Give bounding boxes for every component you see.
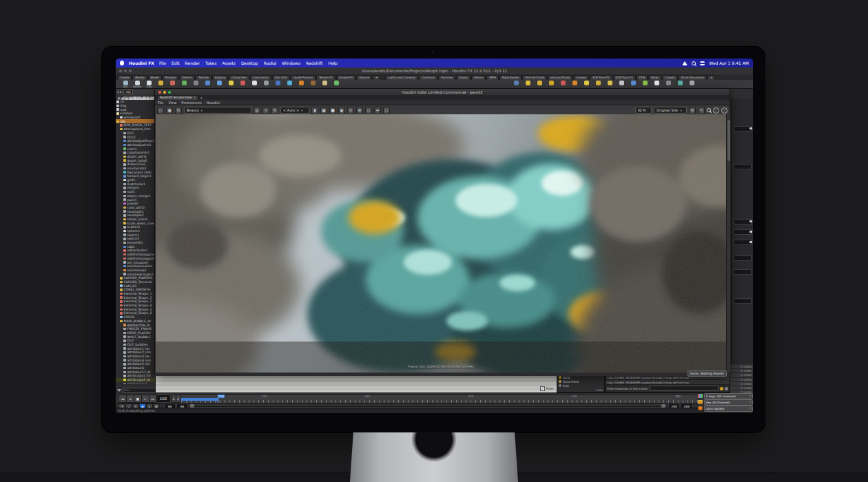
- shelf-tab[interactable]: Texture: [196, 75, 211, 80]
- magnifier-icon[interactable]: [707, 108, 711, 112]
- render-window-titlebar[interactable]: Houdini Indie Limited-Commercial - panel…: [155, 89, 730, 95]
- parameter-field[interactable]: [734, 229, 752, 235]
- shelf-tool-button[interactable]: [297, 81, 305, 88]
- tree-path-field[interactable]: obj: [123, 90, 134, 94]
- target-icon[interactable]: [356, 107, 363, 114]
- apple-logo-icon[interactable]: [120, 61, 124, 65]
- annotate-pen-icon[interactable]: [698, 107, 705, 114]
- shelf-tab[interactable]: Drive Simulation: [679, 75, 707, 80]
- shelf-tab[interactable]: Particles: [438, 75, 455, 80]
- image-size-select[interactable]: Original Size: [654, 107, 687, 114]
- shelf-tab[interactable]: Particle Fluids: [522, 75, 547, 80]
- wifi-icon[interactable]: [682, 61, 688, 65]
- shelf-tool-button[interactable]: [512, 81, 520, 85]
- shelf-tool-button[interactable]: [652, 81, 661, 85]
- render-viewport[interactable]: Frame 102: 2026-02-06 20:03:58 (1m54s): [156, 114, 726, 373]
- back-arrow-icon[interactable]: ◂: [117, 90, 118, 94]
- shelf-tool-button[interactable]: [168, 81, 176, 88]
- shelf-tool-button[interactable]: [285, 81, 293, 88]
- shader-path-row[interactable]: /obj/CACHED_MAINSHAPE/vopquickshade2/sho…: [606, 380, 730, 385]
- render-menu-item[interactable]: File: [158, 101, 163, 105]
- shelf-tool-button[interactable]: [320, 81, 329, 88]
- parameter-field[interactable]: [734, 240, 752, 245]
- open-folder-icon[interactable]: [157, 107, 164, 114]
- app-menu[interactable]: Houdini FX: [129, 61, 154, 65]
- parameter-field[interactable]: [734, 219, 752, 224]
- key-mode-dropdown[interactable]: Key All Channels: [704, 399, 753, 406]
- zoom-level-field[interactable]: [635, 107, 652, 114]
- render-menu-item[interactable]: Preferences: [181, 101, 201, 105]
- tab-redshift-renderview[interactable]: Redshift RenderView: [157, 95, 198, 100]
- settings-gear-icon[interactable]: [689, 107, 696, 114]
- menu-item[interactable]: Help: [328, 61, 338, 65]
- snapshot-save-icon[interactable]: [166, 107, 173, 114]
- lock-icon[interactable]: [311, 107, 318, 114]
- render-menu-item[interactable]: Houdini: [207, 101, 220, 105]
- menu-item[interactable]: Radial: [264, 61, 277, 65]
- node-type-filter-icon[interactable]: #c96ad9: [138, 96, 141, 98]
- help-icon[interactable]: ?: [721, 107, 727, 114]
- node-type-filter-icon[interactable]: #de8f3c: [142, 96, 145, 98]
- shelf-tab[interactable]: SOP Pyro FX: [590, 75, 612, 80]
- node-type-filter-icon[interactable]: #6cc26c: [121, 96, 124, 98]
- parameter-field[interactable]: [734, 269, 752, 275]
- shelf-tab[interactable]: Polygon: [163, 75, 179, 80]
- menu-item[interactable]: Takes: [205, 61, 216, 65]
- render-menu-item[interactable]: View: [168, 101, 176, 105]
- shelf-tool-button[interactable]: [156, 81, 165, 88]
- shelf-tab[interactable]: Deform: [179, 75, 195, 80]
- parameter-field[interactable]: [734, 164, 752, 169]
- shelf-tool-button[interactable]: [192, 81, 200, 88]
- shelf-tool-button[interactable]: [547, 81, 555, 85]
- clear-icon[interactable]: [262, 107, 269, 114]
- shelf-tool-button[interactable]: [309, 81, 317, 88]
- shelf-tab[interactable]: Simple FX: [336, 75, 355, 80]
- shelf-tab[interactable]: Modify: [132, 75, 147, 80]
- node-type-filter-icon[interactable]: #d7b540: [125, 96, 128, 98]
- shelf-tab[interactable]: +: [373, 75, 380, 80]
- shelf-tool-button[interactable]: [629, 81, 637, 85]
- shelf-tab[interactable]: Guide Process: [291, 75, 316, 80]
- tree-filter-input[interactable]: [123, 388, 156, 393]
- menu-bar-clock[interactable]: Wed Apr 1 9:41 AM: [709, 61, 749, 65]
- shelf-tool-button[interactable]: [262, 81, 270, 88]
- grid-icon[interactable]: [320, 107, 327, 114]
- current-frame-field[interactable]: 102: [156, 395, 171, 403]
- parameter-field[interactable]: [734, 298, 752, 304]
- shelf-tab[interactable]: Create: [117, 75, 132, 80]
- shelf-tool-button[interactable]: [594, 81, 602, 85]
- node-type-filter-icon[interactable]: #4fb8c4: [146, 96, 149, 98]
- shelf-tool-button[interactable]: [203, 81, 211, 88]
- shelf-tab[interactable]: MPM: [486, 75, 498, 80]
- shelf-tab[interactable]: DOP Pyro FX: [613, 75, 636, 80]
- new-tab-icon[interactable]: +: [200, 96, 203, 100]
- shelf-tool-button[interactable]: [273, 81, 282, 88]
- shelf-tool-button[interactable]: [606, 81, 614, 85]
- restart-icon[interactable]: [271, 107, 278, 114]
- shelf-tool-button[interactable]: [688, 81, 696, 85]
- shelf-tab[interactable]: Volume: [356, 75, 372, 80]
- crop-icon[interactable]: [383, 107, 390, 114]
- fit-width-icon[interactable]: [374, 107, 381, 114]
- shelf-tool-button[interactable]: [332, 81, 340, 88]
- checkbox-icon[interactable]: ✓: [540, 386, 545, 391]
- material-ball-icon[interactable]: [720, 387, 723, 390]
- update-mode-dropdown[interactable]: Auto Update: [704, 406, 753, 412]
- shelf-tab[interactable]: FEM: [637, 75, 648, 80]
- keys-summary-dropdown[interactable]: 5 keys, 0/5 channels: [704, 393, 753, 399]
- menu-item[interactable]: Redshift: [306, 61, 322, 65]
- shelf-tool-button[interactable]: [250, 81, 258, 88]
- shelf-tool-button[interactable]: [617, 81, 626, 85]
- shelf-tab[interactable]: Rigid Bodies: [499, 75, 522, 80]
- shelf-tab[interactable]: Crowds: [662, 75, 678, 80]
- shelf-tab[interactable]: Rigging: [212, 75, 228, 80]
- menu-item[interactable]: Desktop: [241, 61, 258, 65]
- shelf-tab[interactable]: Vellum: [471, 75, 486, 80]
- control-center-icon[interactable]: [700, 61, 705, 65]
- node-type-filter-icon[interactable]: #e8e8e8: [117, 96, 120, 98]
- menu-item[interactable]: File: [159, 61, 166, 65]
- node-type-filter-icon[interactable]: #5b8fd9: [134, 96, 136, 98]
- menu-item[interactable]: Windows: [282, 61, 300, 65]
- shelf-tool-button[interactable]: [570, 81, 579, 85]
- shelf-tool-button[interactable]: [676, 81, 684, 85]
